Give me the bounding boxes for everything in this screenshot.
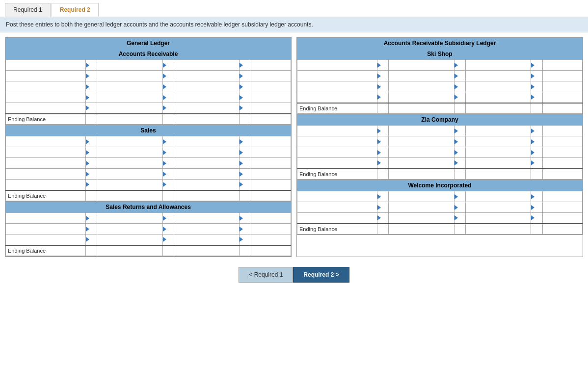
input-cell[interactable] xyxy=(251,169,291,180)
input-cell[interactable] xyxy=(174,147,240,158)
input-cell[interactable] xyxy=(388,202,454,213)
input-cell[interactable] xyxy=(542,191,582,202)
input-cell[interactable] xyxy=(174,71,240,81)
empty-cell xyxy=(465,169,531,180)
input-cell[interactable] xyxy=(542,126,582,136)
ending-balance-input[interactable] xyxy=(97,114,162,125)
input-cell[interactable] xyxy=(388,191,454,202)
input-cell[interactable] xyxy=(174,234,240,245)
input-cell[interactable] xyxy=(97,234,162,245)
tab-required1[interactable]: Required 1 xyxy=(5,3,51,17)
ending-balance-input[interactable] xyxy=(388,169,454,180)
input-cell[interactable] xyxy=(465,158,531,169)
ending-balance-input2[interactable] xyxy=(542,103,582,114)
input-cell[interactable] xyxy=(388,71,454,81)
input-cell[interactable] xyxy=(97,169,162,180)
input-cell[interactable] xyxy=(542,92,582,103)
ending-balance-input[interactable] xyxy=(388,103,454,114)
input-cell[interactable] xyxy=(251,81,291,92)
input-cell[interactable] xyxy=(174,103,240,114)
input-cell[interactable] xyxy=(542,213,582,224)
spacer-cell2 xyxy=(531,169,542,180)
input-cell[interactable] xyxy=(174,158,240,169)
input-cell[interactable] xyxy=(465,81,531,92)
input-cell[interactable] xyxy=(251,147,291,158)
arrow-cell xyxy=(377,126,388,136)
input-cell[interactable] xyxy=(251,60,291,71)
arrow-spacer xyxy=(377,169,388,180)
label-cell xyxy=(6,103,86,114)
label-cell xyxy=(297,92,377,103)
input-cell[interactable] xyxy=(465,147,531,158)
input-cell[interactable] xyxy=(251,213,291,224)
ending-balance-input[interactable] xyxy=(97,190,162,201)
arrow-cell xyxy=(240,60,251,71)
ending-balance-input2[interactable] xyxy=(251,190,291,201)
input-cell[interactable] xyxy=(97,71,162,81)
input-cell[interactable] xyxy=(465,126,531,136)
input-cell[interactable] xyxy=(388,213,454,224)
input-cell[interactable] xyxy=(251,103,291,114)
input-cell[interactable] xyxy=(465,92,531,103)
input-cell[interactable] xyxy=(465,213,531,224)
input-cell[interactable] xyxy=(174,92,240,103)
input-cell[interactable] xyxy=(542,136,582,147)
input-cell[interactable] xyxy=(97,158,162,169)
input-cell[interactable] xyxy=(97,103,162,114)
input-cell[interactable] xyxy=(465,71,531,81)
input-cell[interactable] xyxy=(542,71,582,81)
input-cell[interactable] xyxy=(542,81,582,92)
arrow-cell xyxy=(377,92,388,103)
input-cell[interactable] xyxy=(97,136,162,147)
tab-required2[interactable]: Required 2 xyxy=(52,3,99,17)
input-cell[interactable] xyxy=(465,191,531,202)
input-cell[interactable] xyxy=(251,180,291,190)
input-cell[interactable] xyxy=(251,224,291,234)
input-cell[interactable] xyxy=(251,136,291,147)
empty-cell xyxy=(465,224,531,234)
input-cell[interactable] xyxy=(465,202,531,213)
input-cell[interactable] xyxy=(97,147,162,158)
next-button[interactable]: Required 2 > xyxy=(293,267,349,283)
arrow-cell xyxy=(377,81,388,92)
input-cell[interactable] xyxy=(542,147,582,158)
input-cell[interactable] xyxy=(542,202,582,213)
input-cell[interactable] xyxy=(174,169,240,180)
input-cell[interactable] xyxy=(174,213,240,224)
input-cell[interactable] xyxy=(97,213,162,224)
prev-button[interactable]: < Required 1 xyxy=(239,267,293,283)
input-cell[interactable] xyxy=(97,81,162,92)
input-cell[interactable] xyxy=(174,136,240,147)
ending-balance-input[interactable] xyxy=(388,224,454,234)
input-cell[interactable] xyxy=(97,224,162,234)
ending-balance-input2[interactable] xyxy=(251,245,291,256)
input-cell[interactable] xyxy=(174,224,240,234)
input-cell[interactable] xyxy=(465,136,531,147)
input-cell[interactable] xyxy=(97,92,162,103)
ending-balance-input[interactable] xyxy=(97,245,162,256)
input-cell[interactable] xyxy=(542,60,582,71)
input-cell[interactable] xyxy=(465,60,531,71)
input-cell[interactable] xyxy=(388,92,454,103)
input-cell[interactable] xyxy=(388,60,454,71)
input-cell[interactable] xyxy=(542,158,582,169)
input-cell[interactable] xyxy=(97,60,162,71)
ending-balance-input2[interactable] xyxy=(542,224,582,234)
table-row xyxy=(297,147,583,158)
input-cell[interactable] xyxy=(251,92,291,103)
input-cell[interactable] xyxy=(174,81,240,92)
input-cell[interactable] xyxy=(251,158,291,169)
input-cell[interactable] xyxy=(388,126,454,136)
ending-balance-input2[interactable] xyxy=(251,114,291,125)
input-cell[interactable] xyxy=(388,147,454,158)
input-cell[interactable] xyxy=(251,71,291,81)
input-cell[interactable] xyxy=(174,180,240,190)
input-cell[interactable] xyxy=(251,234,291,245)
ending-balance-input2[interactable] xyxy=(542,169,582,180)
input-cell[interactable] xyxy=(388,158,454,169)
input-cell[interactable] xyxy=(174,60,240,71)
ending-balance-row: Ending Balance xyxy=(297,169,583,180)
input-cell[interactable] xyxy=(97,180,162,190)
input-cell[interactable] xyxy=(388,81,454,92)
input-cell[interactable] xyxy=(388,136,454,147)
